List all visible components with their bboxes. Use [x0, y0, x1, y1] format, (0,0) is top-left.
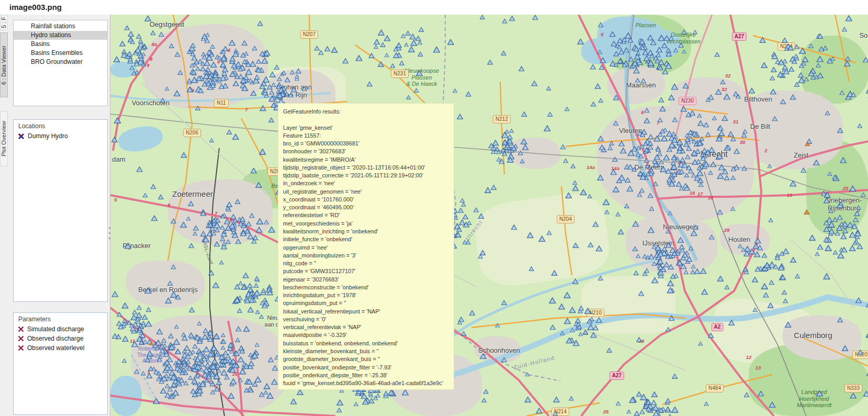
- parameter-item-simulated-discharge[interactable]: Simulated discharge: [14, 324, 107, 334]
- location-item-dummy-hydro[interactable]: Dummy Hydro: [14, 131, 107, 141]
- locations-panel-title: Locations: [14, 120, 107, 131]
- flag-x-marker-icon: [18, 133, 25, 140]
- vertical-tab-strip: 5 : F6 : Data ViewerPlot Overview: [0, 15, 8, 416]
- parameter-item-observed-waterlevel[interactable]: Observed waterlevel: [14, 343, 107, 353]
- map-viewport[interactable]: OegstgeestVoorschotenAlphen aan den Rijn…: [110, 15, 868, 416]
- layer-item-rainfall-stations[interactable]: Rainfall stations: [14, 22, 107, 31]
- parameter-item-label: Observed waterlevel: [27, 344, 84, 352]
- parameters-panel-title: Parameters: [14, 313, 107, 324]
- layer-item-basins[interactable]: Basins: [14, 40, 107, 49]
- layer-item-bro-groundwater[interactable]: BRO Groundwater: [14, 58, 107, 66]
- parameters-panel: Parameters Simulated dischargeObserved d…: [13, 312, 108, 415]
- layer-list-panel: Rainfall stationsHydro stationsBasinsBas…: [13, 20, 108, 106]
- layer-item-hydro-stations[interactable]: Hydro stations: [14, 31, 107, 40]
- red-x-icon: [18, 345, 24, 351]
- location-item-label: Dummy Hydro: [28, 132, 68, 140]
- window-title: image003.png: [9, 3, 62, 12]
- red-x-icon: [18, 335, 24, 342]
- tab-5-f[interactable]: 5 : F: [0, 15, 8, 30]
- parameter-item-label: Observed discharge: [27, 335, 83, 342]
- locations-panel: Locations Dummy Hydro: [13, 119, 108, 302]
- map-markers-layer[interactable]: [110, 15, 868, 416]
- tab-6-data-viewer[interactable]: 6 : Data Viewer: [0, 32, 8, 97]
- window-titlebar: image003.png: [0, 0, 868, 15]
- left-panel-column: 5 : F6 : Data ViewerPlot Overview Rainfa…: [0, 15, 110, 416]
- layer-item-basins-ensembles[interactable]: Basins Ensembles: [14, 49, 107, 58]
- panel-splitter-handle[interactable]: •••: [108, 225, 111, 243]
- tab-plot-overview[interactable]: Plot Overview: [0, 111, 8, 166]
- red-x-icon: [18, 326, 24, 332]
- getfeatureinfo-tooltip: GetFeatureInfo results: Layer 'gmw_kense…: [278, 103, 454, 390]
- parameter-item-observed-discharge[interactable]: Observed discharge: [14, 334, 107, 343]
- parameter-item-label: Simulated discharge: [27, 325, 84, 333]
